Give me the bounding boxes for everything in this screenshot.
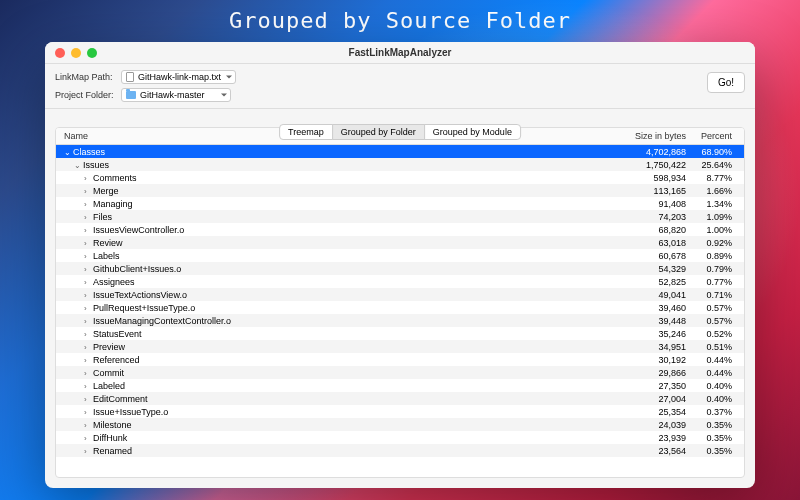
chevron-right-icon[interactable]: › [84, 369, 91, 378]
table-row[interactable]: ›Labels60,6780.89% [56, 249, 744, 262]
table-row[interactable]: ›Referenced30,1920.44% [56, 353, 744, 366]
go-button[interactable]: Go! [707, 72, 745, 93]
row-size: 598,934 [616, 173, 686, 183]
row-name: Commit [93, 368, 124, 378]
row-size: 63,018 [616, 238, 686, 248]
column-percent[interactable]: Percent [686, 131, 736, 141]
row-size: 54,329 [616, 264, 686, 274]
chevron-right-icon[interactable]: › [84, 226, 91, 235]
row-name: Review [93, 238, 123, 248]
chevron-right-icon[interactable]: › [84, 434, 91, 443]
chevron-right-icon[interactable]: › [84, 265, 91, 274]
row-size: 60,678 [616, 251, 686, 261]
chevron-down-icon[interactable]: ⌄ [74, 161, 81, 170]
row-percent: 0.77% [686, 277, 736, 287]
titlebar[interactable]: FastLinkMapAnalyzer [45, 42, 755, 64]
table-row[interactable]: ›Milestone24,0390.35% [56, 418, 744, 431]
linkmap-path-value: GitHawk-link-map.txt [138, 72, 221, 82]
row-name: Preview [93, 342, 125, 352]
chevron-right-icon[interactable]: › [84, 291, 91, 300]
chevron-right-icon[interactable]: › [84, 395, 91, 404]
row-percent: 0.35% [686, 433, 736, 443]
chevron-right-icon[interactable]: › [84, 447, 91, 456]
chevron-right-icon[interactable]: › [84, 252, 91, 261]
table-row[interactable]: ›Comments598,9348.77% [56, 171, 744, 184]
table-row[interactable]: ⌄Issues1,750,42225.64% [56, 158, 744, 171]
table-body[interactable]: ⌄Classes4,702,86868.90%⌄Issues1,750,4222… [56, 145, 744, 477]
chevron-down-icon[interactable]: ⌄ [64, 148, 71, 157]
table-row[interactable]: ›Files74,2031.09% [56, 210, 744, 223]
row-size: 35,246 [616, 329, 686, 339]
table-row[interactable]: ›IssueTextActionsView.o49,0410.71% [56, 288, 744, 301]
linkmap-path-popup[interactable]: GitHawk-link-map.txt [121, 70, 236, 84]
tab-grouped-by-module[interactable]: Grouped by Module [424, 124, 521, 140]
table-row[interactable]: ›IssueManagingContextController.o39,4480… [56, 314, 744, 327]
table-row[interactable]: ›EditComment27,0040.40% [56, 392, 744, 405]
project-folder-popup[interactable]: GitHawk-master [121, 88, 231, 102]
chevron-right-icon[interactable]: › [84, 278, 91, 287]
row-percent: 0.57% [686, 316, 736, 326]
chevron-right-icon[interactable]: › [84, 304, 91, 313]
table-row[interactable]: ›Managing91,4081.34% [56, 197, 744, 210]
row-size: 39,448 [616, 316, 686, 326]
folder-icon [126, 91, 136, 99]
chevron-right-icon[interactable]: › [84, 200, 91, 209]
chevron-right-icon[interactable]: › [84, 330, 91, 339]
chevron-right-icon[interactable]: › [84, 174, 91, 183]
table-row[interactable]: ›Merge113,1651.66% [56, 184, 744, 197]
table-row[interactable]: ›Renamed23,5640.35% [56, 444, 744, 457]
table-row[interactable]: ›StatusEvent35,2460.52% [56, 327, 744, 340]
row-size: 27,004 [616, 394, 686, 404]
row-name: EditComment [93, 394, 148, 404]
table-row[interactable]: ›Commit29,8660.44% [56, 366, 744, 379]
row-size: 27,350 [616, 381, 686, 391]
row-percent: 0.35% [686, 446, 736, 456]
toolbar: LinkMap Path: GitHawk-link-map.txt Proje… [45, 64, 755, 109]
banner-title: Grouped by Source Folder [0, 8, 800, 33]
row-name: Milestone [93, 420, 132, 430]
row-size: 49,041 [616, 290, 686, 300]
table-row[interactable]: ›Preview34,9510.51% [56, 340, 744, 353]
table-row[interactable]: ›Issue+IssueType.o25,3540.37% [56, 405, 744, 418]
chevron-right-icon[interactable]: › [84, 382, 91, 391]
table-row[interactable]: ›Labeled27,3500.40% [56, 379, 744, 392]
row-percent: 1.09% [686, 212, 736, 222]
row-name: IssueTextActionsView.o [93, 290, 187, 300]
row-percent: 0.44% [686, 368, 736, 378]
row-size: 68,820 [616, 225, 686, 235]
row-name: Labels [93, 251, 120, 261]
row-name: PullRequest+IssueType.o [93, 303, 195, 313]
tab-treemap[interactable]: Treemap [279, 124, 333, 140]
chevron-right-icon[interactable]: › [84, 408, 91, 417]
tab-grouped-by-folder[interactable]: Grouped by Folder [332, 124, 425, 140]
table-row[interactable]: ›Assignees52,8250.77% [56, 275, 744, 288]
row-name: Renamed [93, 446, 132, 456]
table-row[interactable]: ›DiffHunk23,9390.35% [56, 431, 744, 444]
row-size: 39,460 [616, 303, 686, 313]
chevron-right-icon[interactable]: › [84, 343, 91, 352]
chevron-right-icon[interactable]: › [84, 421, 91, 430]
row-name: StatusEvent [93, 329, 142, 339]
table-row[interactable]: ›GithubClient+Issues.o54,3290.79% [56, 262, 744, 275]
chevron-right-icon[interactable]: › [84, 239, 91, 248]
chevron-right-icon[interactable]: › [84, 356, 91, 365]
row-name: Merge [93, 186, 119, 196]
table-row[interactable]: ›Review63,0180.92% [56, 236, 744, 249]
row-name: Files [93, 212, 112, 222]
column-size[interactable]: Size in bytes [616, 131, 686, 141]
table-row[interactable]: ›PullRequest+IssueType.o39,4600.57% [56, 301, 744, 314]
chevron-right-icon[interactable]: › [84, 213, 91, 222]
chevron-right-icon[interactable]: › [84, 187, 91, 196]
file-icon [126, 72, 134, 82]
table-row[interactable]: ⌄Classes4,702,86868.90% [56, 145, 744, 158]
table-row[interactable]: ›IssuesViewController.o68,8201.00% [56, 223, 744, 236]
row-name: Issues [83, 160, 109, 170]
row-percent: 68.90% [686, 147, 736, 157]
app-window: FastLinkMapAnalyzer LinkMap Path: GitHaw… [45, 42, 755, 488]
row-name: IssueManagingContextController.o [93, 316, 231, 326]
content-area: Name Size in bytes Percent ⌄Classes4,702… [45, 109, 755, 488]
row-name: Issue+IssueType.o [93, 407, 168, 417]
project-folder-value: GitHawk-master [140, 90, 205, 100]
chevron-right-icon[interactable]: › [84, 317, 91, 326]
row-size: 1,750,422 [616, 160, 686, 170]
